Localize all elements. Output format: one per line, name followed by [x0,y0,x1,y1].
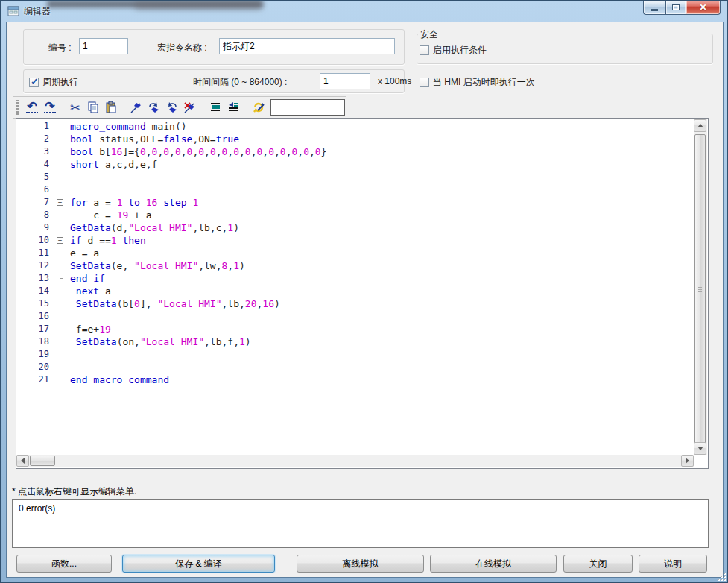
undo-icon: ↶ [26,101,37,113]
offline-sim-button[interactable]: 离线模拟 [297,555,424,573]
line-number: 16 [16,310,55,323]
close-dialog-button-label: 关闭 [589,558,607,570]
scroll-right-button[interactable] [681,455,694,467]
fold-collapse-icon[interactable]: − [57,237,63,244]
close-dialog-button[interactable]: 关闭 [563,555,633,573]
macro-id-input[interactable] [79,38,128,54]
fold-margin [55,145,70,158]
run-on-start-label: 当 HMI 启动时即执行一次 [433,76,535,89]
close-button[interactable]: ✕ [686,1,721,15]
title-bar[interactable]: 编辑器 ✕ [1,1,727,22]
fold-margin[interactable]: − [55,196,70,209]
run-on-start-row[interactable]: 当 HMI 启动时即执行一次 [420,76,535,89]
periodic-label: 周期执行 [42,76,78,89]
save-compile-button[interactable]: 保存 & 编译 [122,555,275,573]
fold-margin [55,272,70,285]
line-number: 8 [16,209,55,221]
horizontal-scrollbar[interactable] [16,455,694,467]
code-line: 14 next a [16,285,694,297]
compile-output-box: 0 error(s) [12,499,709,548]
close-icon: ✕ [699,2,706,13]
bookmark-prev-icon [165,101,179,114]
paste-button[interactable] [102,98,120,116]
line-number: 19 [16,348,55,361]
periodic-checkbox[interactable] [29,78,39,87]
bookmark-toggle-icon [130,101,143,114]
fold-collapse-icon[interactable]: − [57,199,63,206]
code-text: GetData(d,"Local HMI",lb,c,1) [70,221,239,234]
find-replace-icon [252,101,265,114]
macro-name-input[interactable] [219,38,395,54]
fold-margin [55,221,70,234]
line-number: 6 [16,183,55,196]
minimize-button[interactable] [643,1,665,15]
fold-margin [55,361,70,374]
code-text: e = a [70,247,99,259]
code-line: 15 SetData(b[0], "Local HMI",lb,20,16) [16,297,694,310]
fold-margin [55,209,70,221]
vertical-scrollbar[interactable] [694,119,707,455]
functions-button-label: 函数... [51,558,77,570]
window-title: 编辑器 [24,5,51,18]
vertical-scroll-thumb[interactable] [694,134,706,446]
toolbar-grip[interactable] [16,100,19,115]
horizontal-scroll-thumb[interactable] [30,456,55,466]
maximize-button[interactable] [665,1,686,15]
code-text: bool b[16]={0,0,0,0,0,0,0,0,0,0,0,0,0,0,… [70,145,326,158]
scroll-up-button[interactable] [694,119,706,132]
line-number: 2 [16,133,55,145]
fold-margin [55,335,70,348]
enable-condition-checkbox[interactable] [420,45,429,55]
find-replace-button[interactable] [250,98,268,116]
interval-unit-label: x 100ms [378,76,411,86]
redo-button[interactable]: ↷ [41,98,59,116]
enable-condition-row[interactable]: 启用执行条件 [420,44,487,57]
code-text: next a [70,285,111,297]
cut-button[interactable]: ✂ [66,98,84,116]
fold-margin[interactable]: − [55,234,70,247]
window-icon [7,5,19,17]
code-text: end macro_command [70,374,169,386]
resize-grip[interactable] [716,571,725,580]
periodic-row[interactable]: 周期执行 [29,76,78,89]
functions-button[interactable]: 函数... [16,555,112,573]
line-number: 13 [16,272,55,285]
copy-button[interactable] [84,98,102,116]
code-text: SetData(e, "Local HMI",lw,8,1) [70,259,245,272]
fold-margin [55,285,70,297]
scroll-down-button[interactable] [694,442,706,455]
code-line: 11e = a [16,247,694,259]
code-line: 10−if d ==1 then [16,234,694,247]
fold-margin [55,259,70,272]
indent-list-icon [209,101,222,114]
cut-icon: ✂ [70,101,80,115]
maximize-icon [672,4,680,10]
code-text: SetData(b[0], "Local HMI",lb,20,16) [70,297,280,310]
bookmark-prev-button[interactable] [163,98,181,116]
bookmark-clear-button[interactable] [181,98,199,116]
online-sim-button[interactable]: 在线模拟 [430,555,557,573]
blurred-background-title2 [135,1,262,9]
code-line: 21end macro_command [16,374,694,386]
search-input[interactable] [270,99,345,116]
undo-button[interactable]: ↶ [23,98,41,116]
fold-margin [55,348,70,361]
code-line: 18 SetData(on,"Local HMI",lb,f,1) [16,335,694,348]
outdent-list-button[interactable] [224,98,242,116]
indent-list-button[interactable] [206,98,224,116]
code-text: c = 19 + a [70,209,152,221]
line-number: 18 [16,335,55,348]
code-line: 6 [16,183,694,196]
line-number: 1 [16,120,55,133]
code-editor[interactable]: 1macro_command main()2bool status,OFF=fa… [16,118,709,469]
interval-input[interactable] [320,73,370,89]
code-text: end if [70,272,105,285]
line-number: 17 [16,323,55,335]
code-text: macro_command main() [70,120,187,133]
code-line: 4short a,c,d,e,f [16,158,694,171]
bookmark-next-button[interactable] [145,98,163,116]
scroll-left-button[interactable] [16,455,29,467]
help-button[interactable]: 说明 [639,555,707,573]
bookmark-toggle-button[interactable] [127,98,145,116]
run-on-start-checkbox[interactable] [420,78,429,87]
